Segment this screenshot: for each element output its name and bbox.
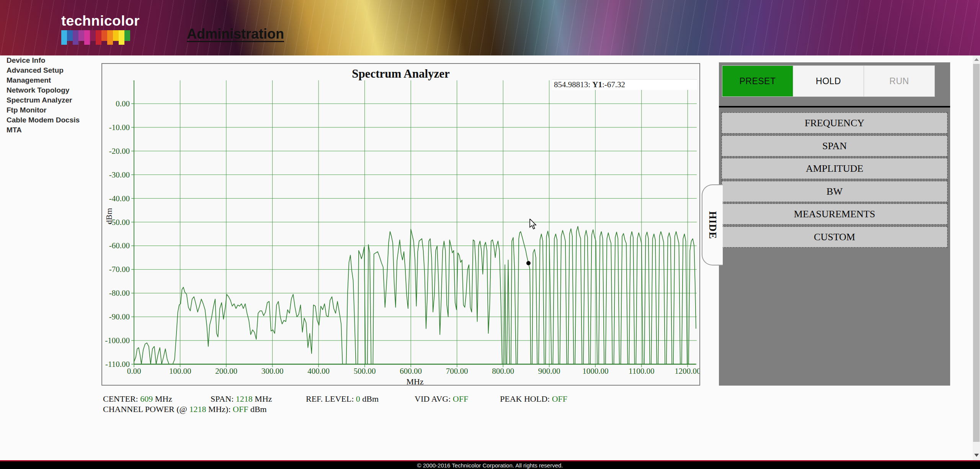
frequency-button[interactable]: FREQUENCY — [721, 112, 948, 134]
svg-text:1200.00: 1200.00 — [675, 366, 699, 376]
measurement-status: CENTER: 609 MHz SPAN: 1218 MHz REF. LEVE… — [103, 394, 700, 417]
hold-button[interactable]: HOLD — [793, 66, 864, 96]
hide-panel-tab-label: HIDE — [707, 211, 719, 239]
svg-text:-60.00: -60.00 — [109, 241, 130, 250]
svg-text:-30.00: -30.00 — [109, 170, 130, 179]
svg-text:100.00: 100.00 — [169, 366, 191, 376]
measurements-button[interactable]: MEASUREMENTS — [721, 203, 948, 225]
vertical-scrollbar — [973, 55, 980, 460]
scroll-down-icon — [974, 454, 979, 457]
spectrum-analyzer-chart: 0.00100.00200.00300.00400.00500.00600.00… — [101, 63, 700, 386]
status-span: SPAN: 1218 MHz — [211, 394, 272, 404]
technicolor-logo-blocks-icon — [61, 30, 140, 46]
svg-text:-40.00: -40.00 — [109, 194, 130, 203]
svg-text:-70.00: -70.00 — [109, 265, 130, 274]
span-button[interactable]: SPAN — [721, 135, 948, 157]
sidebar-item-network-topology[interactable]: Network Topology — [0, 85, 94, 95]
scroll-up-icon — [974, 58, 979, 61]
bw-button[interactable]: BW — [721, 181, 948, 202]
custom-button[interactable]: CUSTOM — [721, 226, 948, 248]
scroll-down-button[interactable] — [973, 451, 980, 459]
panel-divider — [719, 106, 950, 107]
control-panel: PRESET HOLD RUN FREQUENCY SPAN AMPLITUDE… — [719, 62, 950, 386]
sidebar: Device Info Advanced Setup Management Ne… — [0, 55, 94, 460]
svg-text:-80.00: -80.00 — [109, 288, 130, 298]
status-ref-level: REF. LEVEL: 0 dBm — [306, 394, 379, 404]
scrollbar-thumb[interactable] — [973, 64, 980, 442]
status-vid-avg: VID AVG: OFF — [415, 394, 468, 404]
readout-series-label: Y1 — [592, 80, 602, 89]
svg-text:1100.00: 1100.00 — [629, 366, 654, 376]
preset-button[interactable]: PRESET — [722, 66, 793, 96]
footer: © 2000-2016 Technicolor Corporation. All… — [0, 460, 980, 469]
svg-text:600.00: 600.00 — [400, 366, 422, 376]
chart-title: Spectrum Analyzer — [102, 67, 699, 81]
scroll-up-button[interactable] — [973, 55, 980, 63]
svg-text:500.00: 500.00 — [354, 366, 376, 376]
run-button[interactable]: RUN — [864, 66, 934, 96]
sidebar-item-management[interactable]: Management — [0, 75, 94, 85]
svg-text:900.00: 900.00 — [538, 366, 560, 376]
sidebar-item-advanced-setup[interactable]: Advanced Setup — [0, 65, 94, 75]
spectrum-plot[interactable]: 0.00100.00200.00300.00400.00500.00600.00… — [102, 64, 699, 385]
banner: technicolor Administration — [0, 0, 980, 55]
amplitude-button[interactable]: AMPLITUDE — [721, 158, 948, 179]
status-channel-power: CHANNEL POWER (@ 1218 MHz): OFF dBm — [103, 404, 267, 414]
page-title: Administration — [187, 26, 284, 42]
svg-text:800.00: 800.00 — [492, 366, 514, 376]
svg-text:-10.00: -10.00 — [109, 123, 130, 132]
svg-text:-90.00: -90.00 — [109, 312, 130, 321]
cursor-readout: 854.98813: Y1:-67.32 — [552, 79, 697, 90]
svg-text:700.00: 700.00 — [446, 366, 468, 376]
sidebar-item-spectrum-analyzer[interactable]: Spectrum Analyzer — [0, 95, 94, 105]
svg-text:-110.00: -110.00 — [105, 360, 130, 369]
svg-text:-20.00: -20.00 — [109, 147, 130, 156]
svg-text:300.00: 300.00 — [261, 366, 284, 376]
svg-text:-100.00: -100.00 — [105, 336, 130, 345]
svg-text:1000.00: 1000.00 — [582, 366, 608, 376]
sidebar-item-mta[interactable]: MTA — [0, 125, 94, 135]
readout-value: :-67.32 — [602, 80, 625, 89]
hide-panel-tab[interactable]: HIDE — [702, 184, 723, 265]
mouse-cursor-icon — [529, 219, 538, 230]
status-center: CENTER: 609 MHz — [103, 394, 172, 404]
svg-text:200.00: 200.00 — [215, 366, 237, 376]
svg-text:400.00: 400.00 — [307, 366, 330, 376]
svg-text:0.00: 0.00 — [116, 99, 130, 108]
status-peak-hold: PEAK HOLD: OFF — [500, 394, 567, 404]
x-axis-label: MHz — [102, 377, 728, 387]
sidebar-item-cable-modem-docsis[interactable]: Cable Modem Docsis — [0, 115, 94, 125]
y-axis-label: dBm — [104, 205, 114, 228]
copyright-text: © 2000-2016 Technicolor Corporation. All… — [417, 462, 563, 469]
sidebar-item-device-info[interactable]: Device Info — [0, 55, 94, 65]
readout-x: 854.98813: — [554, 80, 592, 89]
sidebar-item-ftp-monitor[interactable]: Ftp Monitor — [0, 105, 94, 115]
mode-button-row: PRESET HOLD RUN — [722, 65, 935, 97]
technicolor-logo: technicolor — [61, 13, 140, 46]
page: technicolor Administration Device Info A… — [0, 0, 980, 469]
technicolor-logo-text: technicolor — [61, 13, 140, 29]
